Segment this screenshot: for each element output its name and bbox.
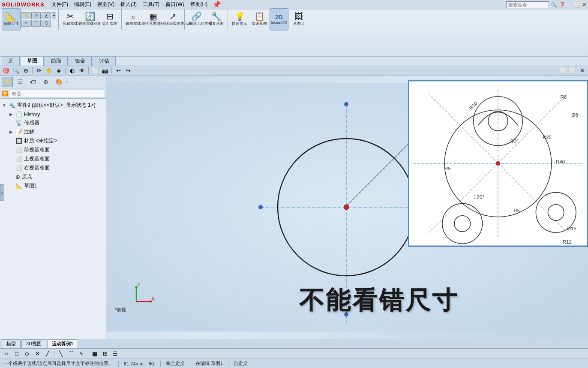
tree-right-plane[interactable]: ▶ ⬜ 右视基准面: [0, 163, 106, 172]
bottom-tabs: 模型 3D视图 运动算例1: [0, 339, 588, 348]
camera-btn[interactable]: 📷: [101, 67, 109, 75]
display-style-btn[interactable]: ◐: [68, 67, 76, 75]
zoom-area-btn[interactable]: ⊕: [21, 67, 30, 75]
rotate-btn[interactable]: ⟳: [35, 67, 43, 75]
dim-sub4[interactable]: ○: [21, 20, 30, 27]
status-sep4: [228, 361, 228, 367]
tree-origin[interactable]: ▶ ⊕ 原点: [0, 172, 106, 181]
bib-circle-icon[interactable]: ○: [2, 350, 11, 358]
filter-input[interactable]: [10, 90, 104, 97]
dim-sub6[interactable]: ⬡: [42, 20, 51, 27]
btab-3dview[interactable]: 3D视图: [21, 339, 46, 348]
sketch-pic-btn[interactable]: 🖼 草图片: [289, 8, 308, 30]
bib-draw2-icon[interactable]: ⌒: [66, 350, 76, 358]
property-manager-icon[interactable]: ☰: [15, 77, 26, 87]
move-btn[interactable]: ↗ 移动实体: [163, 8, 182, 30]
menu-edit[interactable]: 编辑(E): [72, 0, 94, 9]
tree-sensor[interactable]: ▶ 📡 传感器: [0, 118, 106, 127]
bib-table-icon[interactable]: ⊞: [100, 350, 110, 358]
tree-sketch1[interactable]: ▶ 📐 草图1: [0, 181, 106, 190]
btab-motion1[interactable]: 运动算例1: [47, 339, 78, 348]
quick-tip-btn[interactable]: 💡 快速提示: [230, 8, 249, 30]
zoom-to-fit-btn[interactable]: 🎯: [2, 67, 10, 75]
tree-top-plane[interactable]: ▶ ⬜ 上视基准面: [0, 154, 106, 163]
repair-btn[interactable]: 🔧 修复草图: [207, 8, 225, 30]
pan-btn[interactable]: ✋: [45, 67, 53, 75]
trim-btn[interactable]: ✂ 剪裁实体: [61, 8, 80, 30]
status-value: 60.: [149, 361, 155, 366]
menu-insert[interactable]: 插入(J): [118, 0, 139, 9]
bib-grid-icon[interactable]: ▦: [90, 350, 99, 358]
smart-dimension-btn[interactable]: 📐 智能尺寸: [2, 8, 21, 30]
feature-tree-icon[interactable]: ⚡: [2, 77, 13, 87]
notes-expand[interactable]: ▶: [9, 130, 14, 134]
undo-btn[interactable]: ↩: [114, 67, 123, 75]
offset-btn[interactable]: ⊟ 等距实体: [100, 8, 119, 30]
expand-icon[interactable]: ›: [66, 79, 68, 85]
pin-icon[interactable]: 📌: [213, 0, 221, 9]
tree-front-plane[interactable]: ▶ ⬜ 前视基准面: [0, 145, 106, 154]
menu-window[interactable]: 窗口(W): [163, 0, 186, 9]
tab-caotu[interactable]: 草图: [21, 56, 44, 66]
dim-sub5[interactable]: ⌒: [31, 20, 41, 27]
root-expand[interactable]: ▼: [2, 103, 7, 108]
zoom-in-btn[interactable]: 🔍: [12, 67, 20, 75]
tab-qumian[interactable]: 曲面: [45, 56, 68, 66]
bib-draw3-icon[interactable]: ∿: [77, 350, 86, 358]
config-manager-icon[interactable]: 🏷: [27, 77, 39, 87]
close-icon[interactable]: ✕: [582, 2, 586, 8]
show-delete-btn[interactable]: 🔗 显示/删除几何关系: [187, 8, 206, 30]
bib-cross-icon[interactable]: ✕: [33, 350, 42, 358]
panel-collapse-handle[interactable]: ‹: [0, 184, 4, 201]
mirror-btn[interactable]: ⬦ 镜向实体: [124, 8, 143, 30]
origin-icon: ⊕: [15, 174, 20, 180]
section-view-btn[interactable]: ⬜: [91, 67, 99, 75]
array-btn[interactable]: ▦ 线性草图阵列: [144, 8, 162, 30]
bib-diamond-icon[interactable]: ◇: [22, 350, 32, 358]
btab-model[interactable]: 模型: [2, 339, 21, 348]
bib-draw1-icon[interactable]: ╲: [56, 350, 66, 358]
appearance-icon[interactable]: 🎨: [53, 77, 64, 87]
redo-btn[interactable]: ↪: [124, 67, 132, 75]
canvas-area[interactable]: Ø80 ↖ Y X *前视 不能看错尺寸: [106, 75, 588, 339]
view-close-btn[interactable]: ✕: [578, 67, 586, 75]
quick-tip-label: 快速提示: [232, 21, 247, 27]
search-input[interactable]: [506, 1, 549, 8]
dim-sub3[interactable]: ∡: [42, 12, 51, 19]
tab-banjin[interactable]: 钣金: [69, 56, 92, 66]
hide-show-btn[interactable]: 👁: [78, 67, 86, 75]
minus-icon[interactable]: —: [567, 2, 572, 8]
tree-notes[interactable]: ▶ 📝 注解: [0, 127, 106, 136]
search-icon[interactable]: 🔍: [551, 2, 557, 8]
view-max-btn[interactable]: ⬜: [568, 67, 577, 75]
menu-view[interactable]: 视图(V): [95, 0, 117, 9]
tab-pinggu[interactable]: 评估: [93, 56, 116, 66]
menu-help[interactable]: 帮助(H): [188, 0, 210, 9]
view-selector-btn[interactable]: ◈: [54, 67, 63, 75]
dim-dropdown[interactable]: ▾: [52, 12, 56, 19]
bib-list-icon[interactable]: ☰: [111, 350, 120, 358]
restore-icon[interactable]: ⬜: [574, 2, 580, 8]
view-expand-btn[interactable]: ⬜: [559, 67, 567, 75]
dim-expert-icon[interactable]: ⊕: [40, 77, 51, 87]
quick-sketch-btn[interactable]: 📋 快速草图: [250, 8, 269, 30]
tree-root[interactable]: ▼ 🔩 零件9 (默认<<默认>_显示状态 1>): [0, 100, 106, 110]
help-icon[interactable]: ❓: [559, 2, 565, 8]
root-icon: 🔩: [9, 102, 15, 109]
menu-tools[interactable]: 工具(T): [140, 0, 162, 9]
dim-sub1[interactable]: 📏: [21, 12, 30, 19]
tab-zheng[interactable]: 正: [2, 56, 20, 66]
convert-btn[interactable]: 🔄 转换实体引用: [81, 8, 99, 30]
vt-sep1: [32, 67, 33, 74]
bib-line-icon[interactable]: ╱: [43, 350, 52, 358]
instant2d-btn[interactable]: 2D Instant2D: [270, 8, 288, 30]
history-expand[interactable]: ▶: [9, 112, 14, 117]
tree-material[interactable]: ▶ 🔲 材质 <未指定>: [0, 136, 106, 145]
menu-file[interactable]: 文件(F): [49, 0, 71, 9]
sep4: [228, 9, 228, 30]
main-area: ⚡ ☰ 🏷 ⊕ 🎨 › 🔽 ▼ 🔩 零件9 (默认<<默认>_显示状态 1>) …: [0, 75, 588, 339]
bib-square-icon[interactable]: □: [12, 350, 21, 358]
dim-sub2[interactable]: ⊙: [31, 12, 41, 19]
tree-history[interactable]: ▶ 🕐 History: [0, 110, 106, 118]
quick-sketch-icon: 📋: [254, 12, 265, 21]
